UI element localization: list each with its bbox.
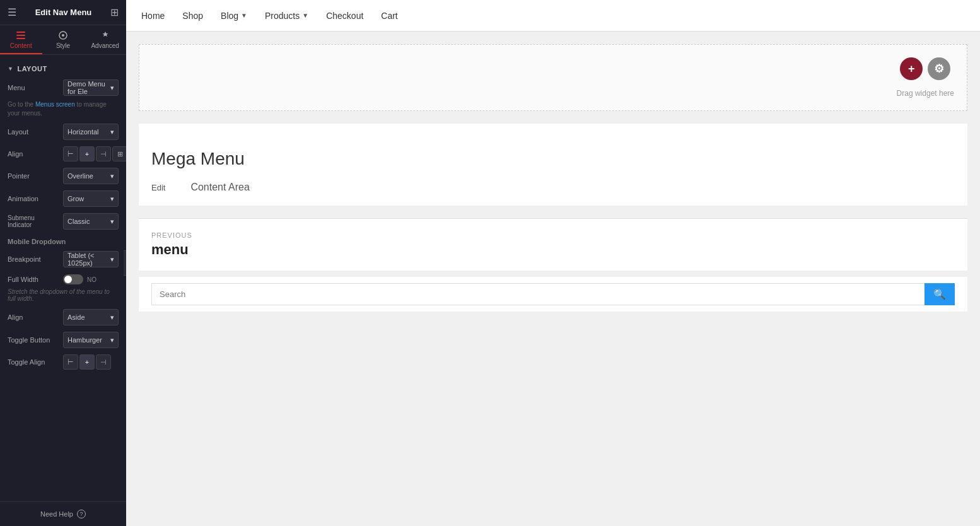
nav-bar: Home Shop Blog ▼ Products ▼ Checkout Car… <box>126 0 980 32</box>
main-content-area: + ⚙ Drag widget here Mega Menu Edit Cont… <box>126 32 980 324</box>
submenu-indicator-select[interactable]: Classic ▾ <box>63 213 119 230</box>
hamburger-icon[interactable]: ☰ <box>8 6 16 18</box>
nav-item-blog[interactable]: Blog ▼ <box>218 11 250 21</box>
toggle-button-field-row: Toggle Button Hamburger ▾ <box>0 329 126 351</box>
layout-dropdown-arrow: ▾ <box>110 128 114 136</box>
layout-field-row: Layout Horizontal ▾ <box>0 120 126 143</box>
svg-point-4 <box>62 34 64 37</box>
tab-style[interactable]: Style <box>42 25 85 54</box>
toggle-button-label: Toggle Button <box>8 336 58 344</box>
nav-item-shop[interactable]: Shop <box>180 11 206 21</box>
svg-rect-2 <box>16 38 25 39</box>
toggle-knob <box>64 276 72 283</box>
nav-shop-label: Shop <box>182 11 203 21</box>
mobile-align-field-row: Align Aside ▾ <box>0 306 126 329</box>
align-field-row: Align ⊢ + ⊣ ⊞ <box>0 143 126 165</box>
mobile-align-dropdown-arrow: ▾ <box>110 313 114 322</box>
search-input[interactable] <box>151 283 925 305</box>
submenu-indicator-field-row: Submenu Indicator Classic ▾ <box>0 210 126 233</box>
panel-header: ☰ Edit Nav Menu ⊞ <box>0 0 126 25</box>
nav-blog-label: Blog <box>221 11 238 21</box>
align-stretch-btn[interactable]: ⊞ <box>112 146 126 161</box>
layout-section-title: Layout <box>17 65 47 73</box>
align-right-btn[interactable]: ⊣ <box>96 146 111 161</box>
nav-products-label: Products <box>265 11 300 21</box>
collapse-panel-handle[interactable]: ‹ <box>124 250 126 276</box>
pointer-value: Overline <box>67 172 93 180</box>
full-width-field-row: Full Width NO <box>0 271 126 288</box>
toggle-align-left-btn[interactable]: ⊢ <box>63 354 78 370</box>
align-left-btn[interactable]: ⊢ <box>63 146 78 161</box>
animation-field-row: Animation Grow ▾ <box>0 187 126 210</box>
content-area-text: Content Area <box>190 182 249 193</box>
menu-value: Demo Menu for Ele <box>67 80 110 95</box>
menus-screen-link[interactable]: Menus screen <box>35 101 75 108</box>
breakpoint-value: Tablet (< 1025px) <box>67 252 110 267</box>
breakpoint-field-row: Breakpoint Tablet (< 1025px) ▾ <box>0 248 126 271</box>
toggle-align-label: Toggle Align <box>8 358 58 366</box>
tab-advanced-label: Advanced <box>91 42 119 49</box>
left-panel: ☰ Edit Nav Menu ⊞ Content Style Advanced… <box>0 0 126 526</box>
menu-select[interactable]: Demo Menu for Ele ▾ <box>63 79 119 96</box>
submenu-indicator-dropdown-arrow: ▾ <box>110 218 114 226</box>
panel-title: Edit Nav Menu <box>35 8 92 17</box>
mega-menu-title: Mega Menu <box>151 149 955 169</box>
toggle-button-dropdown-arrow: ▾ <box>110 336 114 344</box>
pointer-field-row: Pointer Overline ▾ <box>0 165 126 187</box>
breakpoint-select[interactable]: Tablet (< 1025px) ▾ <box>63 251 119 267</box>
toggle-align-field-row: Toggle Align ⊢ + ⊣ <box>0 351 126 373</box>
toggle-align-center-btn[interactable]: + <box>79 354 95 370</box>
animation-select[interactable]: Grow ▾ <box>63 190 119 207</box>
tab-content-label: Content <box>10 42 32 49</box>
widget-drop-area: + ⚙ Drag widget here <box>139 44 967 111</box>
svg-rect-0 <box>16 32 25 33</box>
widget-controls: + ⚙ Drag widget here <box>897 57 954 98</box>
toggle-align-right-btn[interactable]: ⊣ <box>96 354 111 370</box>
submenu-indicator-label: Submenu Indicator <box>8 214 58 228</box>
nav-item-products[interactable]: Products ▼ <box>262 11 311 21</box>
mobile-align-label: Align <box>8 313 58 321</box>
widget-settings-button[interactable]: ⚙ <box>928 57 950 80</box>
nav-item-home[interactable]: Home <box>139 11 167 21</box>
mobile-align-select[interactable]: Aside ▾ <box>63 309 119 325</box>
full-width-toggle[interactable] <box>63 274 83 284</box>
search-button[interactable]: 🔍 <box>925 283 955 305</box>
align-group-1: ⊢ + ⊣ ⊞ <box>63 146 126 161</box>
help-icon[interactable]: ? <box>77 510 86 518</box>
add-widget-button[interactable]: + <box>900 57 923 80</box>
nav-home-label: Home <box>141 11 165 21</box>
animation-value: Grow <box>67 195 84 202</box>
tab-content[interactable]: Content <box>0 25 42 54</box>
nav-item-cart[interactable]: Cart <box>378 11 400 21</box>
layout-select[interactable]: Horizontal ▾ <box>63 124 119 140</box>
panel-footer: Need Help ? <box>0 501 126 526</box>
svg-rect-1 <box>16 35 25 36</box>
need-help-text[interactable]: Need Help <box>40 510 73 518</box>
nav-cart-label: Cart <box>381 11 397 21</box>
stretch-hint: Stretch the dropdown of the menu to full… <box>0 288 126 306</box>
submenu-indicator-value: Classic <box>67 218 90 225</box>
toggle-button-select[interactable]: Hamburger ▾ <box>63 332 119 348</box>
products-dropdown-arrow: ▼ <box>302 12 308 19</box>
nav-item-checkout[interactable]: Checkout <box>324 11 366 21</box>
menu-dropdown-arrow: ▾ <box>110 84 114 92</box>
blog-dropdown-arrow: ▼ <box>241 12 247 19</box>
mobile-align-value: Aside <box>67 313 85 321</box>
pointer-select[interactable]: Overline ▾ <box>63 168 119 184</box>
full-width-label: Full Width <box>8 276 58 283</box>
grid-icon[interactable]: ⊞ <box>110 6 119 18</box>
mega-menu-section: Mega Menu Edit Content Area <box>139 124 967 206</box>
align-center-btn[interactable]: + <box>79 146 95 161</box>
pointer-dropdown-arrow: ▾ <box>110 172 114 180</box>
post-nav-title: menu <box>151 242 955 258</box>
pointer-label: Pointer <box>8 172 58 180</box>
search-bar-wrap: 🔍 <box>139 277 967 312</box>
tab-advanced[interactable]: Advanced <box>84 25 126 54</box>
menu-field-row: Menu Demo Menu for Ele ▾ <box>0 76 126 99</box>
edit-link[interactable]: Edit <box>151 183 165 192</box>
right-content: Home Shop Blog ▼ Products ▼ Checkout Car… <box>126 0 980 526</box>
layout-arrow: ▼ <box>8 66 13 72</box>
toggle-no-label: NO <box>87 276 96 283</box>
layout-section-header[interactable]: ▼ Layout <box>0 61 126 76</box>
drag-widget-text: Drag widget here <box>897 89 954 98</box>
